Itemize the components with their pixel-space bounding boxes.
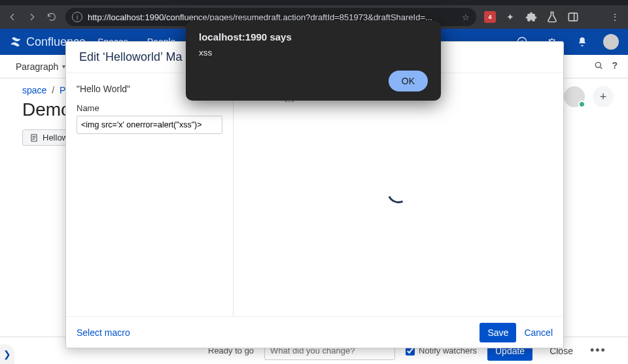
dialog-preview-panel: Hello ▯!: [234, 73, 563, 316]
extension-icon[interactable]: ✦: [504, 10, 517, 24]
labs-flask-icon[interactable]: [546, 10, 559, 24]
alert-title: localhost:1990 says: [199, 31, 428, 42]
search-icon[interactable]: [593, 60, 604, 73]
presence-avatar[interactable]: [564, 86, 585, 107]
extension-shield-icon[interactable]: 4: [484, 11, 496, 23]
user-avatar-icon[interactable]: [603, 34, 619, 50]
dialog-save-button[interactable]: Save: [480, 323, 516, 342]
breadcrumb-space[interactable]: space: [22, 85, 46, 95]
browser-tab-strip: [0, 0, 628, 5]
document-icon: [29, 133, 39, 142]
profile-avatar-icon[interactable]: [587, 10, 601, 24]
notifications-bell-icon[interactable]: [573, 33, 591, 51]
paragraph-style-dropdown[interactable]: Paragraph▾: [10, 59, 71, 74]
svg-rect-0: [568, 13, 577, 21]
sidebar-expand-icon[interactable]: ❯: [0, 344, 14, 364]
alert-message: xss: [199, 48, 428, 58]
bookmark-star-icon[interactable]: ☆: [462, 12, 470, 22]
js-alert-dialog: localhost:1990 says xss OK: [186, 21, 441, 101]
param-name-input[interactable]: [77, 116, 222, 134]
breadcrumb-separator: /: [52, 85, 54, 95]
site-info-icon[interactable]: i: [72, 12, 82, 22]
reload-icon[interactable]: [46, 11, 58, 23]
browser-menu-icon[interactable]: ⋮: [608, 10, 621, 24]
online-status-dot: [578, 101, 585, 108]
panel-icon[interactable]: [567, 10, 580, 24]
forward-icon[interactable]: [26, 11, 38, 23]
dialog-footer: Select macro Save Cancel: [66, 316, 563, 348]
back-icon[interactable]: [7, 11, 18, 23]
loading-spinner-icon: [384, 178, 413, 207]
select-macro-link[interactable]: Select macro: [77, 327, 130, 338]
more-actions-icon[interactable]: •••: [590, 344, 606, 357]
dialog-cancel-link[interactable]: Cancel: [524, 327, 553, 338]
dialog-params-panel: "Hello World" Name: [66, 73, 234, 316]
extensions-puzzle-icon[interactable]: [525, 10, 538, 24]
alert-ok-button[interactable]: OK: [389, 71, 428, 91]
svg-point-3: [596, 62, 601, 67]
param-name-label: Name: [77, 103, 222, 113]
editor-help-icon[interactable]: ?: [612, 60, 618, 73]
add-collaborator-button[interactable]: +: [593, 86, 614, 107]
